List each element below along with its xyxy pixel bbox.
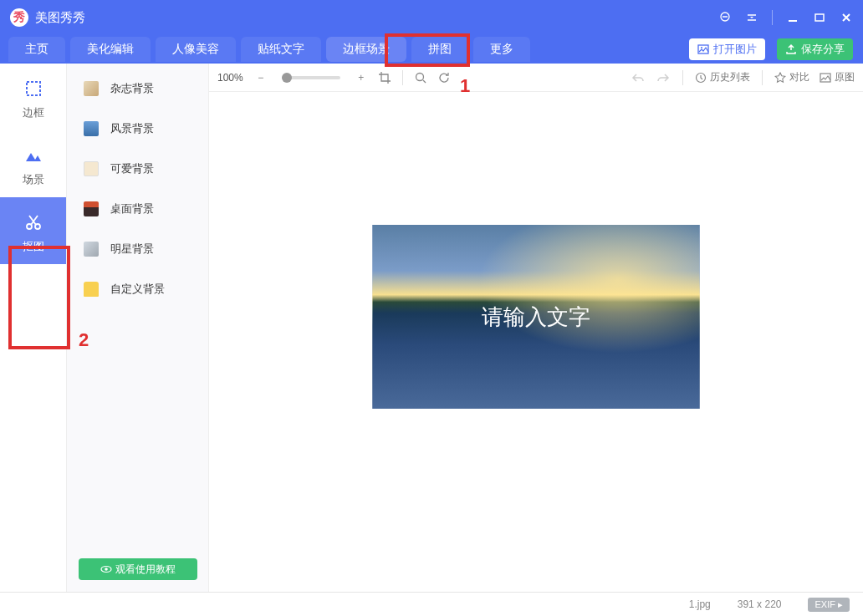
body-area: 边框 场景 抠图 杂志背景 风景背景 可爱背景 <box>0 64 863 593</box>
titlebar: 秀 美图秀秀 <box>0 0 863 35</box>
svg-point-6 <box>701 47 702 48</box>
star-icon <box>774 72 786 84</box>
canvas-area: 100% − + <box>209 64 863 592</box>
redo-icon[interactable] <box>656 70 671 85</box>
tab-portrait[interactable]: 人像美容 <box>156 37 236 62</box>
svg-point-1 <box>723 16 724 18</box>
cutout-icon <box>23 212 43 232</box>
eye-icon <box>100 563 112 575</box>
zoom-level: 100% <box>217 72 243 84</box>
annotation-number-1: 1 <box>460 75 470 97</box>
sidebar-item-frame[interactable]: 边框 <box>0 64 66 130</box>
svg-point-3 <box>726 16 728 18</box>
titlebar-separator <box>772 10 773 25</box>
annotation-number-2: 2 <box>79 329 89 351</box>
exif-button[interactable]: EXIF ▸ <box>808 598 850 612</box>
sidebar-item-label: 抠图 <box>23 239 44 254</box>
zoom-out-icon[interactable]: − <box>253 70 268 85</box>
tutorial-button[interactable]: 观看使用教程 <box>79 558 197 580</box>
clock-icon <box>695 72 707 84</box>
category-landscape[interactable]: 风景背景 <box>67 109 208 149</box>
svg-rect-7 <box>27 82 40 95</box>
refresh-icon[interactable] <box>437 70 452 85</box>
tab-frame-scene[interactable]: 边框场景 <box>326 37 406 62</box>
category-thumb <box>84 242 99 257</box>
category-label: 桌面背景 <box>110 201 154 216</box>
app-logo: 秀 <box>10 8 28 27</box>
tab-more[interactable]: 更多 <box>473 37 530 62</box>
maximize-icon[interactable] <box>813 11 826 24</box>
frame-icon <box>23 79 43 99</box>
status-filename: 1.jpg <box>689 598 711 610</box>
category-label: 风景背景 <box>110 121 154 136</box>
statusbar: 1.jpg 391 x 220 EXIF ▸ <box>0 593 863 616</box>
category-thumb <box>84 161 99 176</box>
original-button[interactable]: 原图 <box>820 70 855 84</box>
tab-home[interactable]: 主页 <box>8 37 65 62</box>
titlebar-controls <box>718 10 853 25</box>
zoom-slider[interactable] <box>282 76 340 79</box>
tab-beautify[interactable]: 美化编辑 <box>70 37 151 62</box>
category-panel: 杂志背景 风景背景 可爱背景 桌面背景 明星背景 自定义背景 观看使用教程 <box>67 64 209 592</box>
menu-dropdown-icon[interactable] <box>745 11 758 24</box>
category-thumb <box>84 201 99 216</box>
category-thumb <box>84 121 99 136</box>
svg-point-11 <box>105 568 108 571</box>
tutorial-button-label: 观看使用教程 <box>115 563 176 577</box>
close-icon[interactable] <box>840 11 853 24</box>
svg-point-12 <box>416 73 423 80</box>
category-label: 明星背景 <box>110 242 154 257</box>
zoom-in-icon[interactable]: + <box>354 70 369 85</box>
image-icon <box>820 72 831 84</box>
undo-icon[interactable] <box>631 70 646 85</box>
canvas-toolbar: 100% − + <box>209 64 863 92</box>
sidebar-item-label: 场景 <box>23 172 44 187</box>
sidebar-item-scene[interactable]: 场景 <box>0 130 66 197</box>
category-desktop[interactable]: 桌面背景 <box>67 189 208 229</box>
category-magazine[interactable]: 杂志背景 <box>67 69 208 109</box>
save-share-button[interactable]: 保存分享 <box>777 38 853 60</box>
category-label: 自定义背景 <box>110 282 165 297</box>
category-thumb <box>84 81 99 96</box>
history-label: 历史列表 <box>710 70 750 84</box>
crop-icon[interactable] <box>377 70 392 85</box>
tabbar: 主页 美化编辑 人像美容 贴纸文字 边框场景 拼图 更多 打开图片 保存分享 <box>0 35 863 64</box>
status-dimensions: 391 x 220 <box>738 598 782 610</box>
image-icon <box>697 43 709 55</box>
app-title: 美图秀秀 <box>35 10 718 26</box>
open-image-button[interactable]: 打开图片 <box>689 38 765 60</box>
toolbar-separator <box>402 70 403 85</box>
tab-stickers[interactable]: 贴纸文字 <box>241 37 321 62</box>
scene-icon <box>23 145 43 165</box>
open-image-label: 打开图片 <box>713 42 757 57</box>
compare-label: 对比 <box>789 70 809 84</box>
category-celebrity[interactable]: 明星背景 <box>67 229 208 269</box>
preview-overlay-text[interactable]: 请输入文字 <box>482 303 590 332</box>
history-button[interactable]: 历史列表 <box>695 70 750 84</box>
category-custom[interactable]: 自定义背景 <box>67 269 208 309</box>
mode-sidebar: 边框 场景 抠图 <box>0 64 67 592</box>
category-label: 杂志背景 <box>110 81 154 96</box>
svg-point-2 <box>724 16 726 18</box>
compare-button[interactable]: 对比 <box>774 70 809 84</box>
original-label: 原图 <box>835 70 855 84</box>
export-icon <box>785 43 797 55</box>
toolbar-separator <box>762 70 763 85</box>
category-cute[interactable]: 可爱背景 <box>67 149 208 189</box>
sidebar-item-cutout[interactable]: 抠图 <box>0 197 66 264</box>
tab-collage[interactable]: 拼图 <box>411 37 468 62</box>
chat-icon[interactable] <box>718 11 732 24</box>
svg-rect-4 <box>815 14 824 21</box>
toolbar-separator <box>682 70 683 85</box>
category-thumb <box>84 282 99 297</box>
sidebar-item-label: 边框 <box>23 105 44 120</box>
minimize-icon[interactable] <box>786 11 799 24</box>
image-preview[interactable]: 请输入文字 <box>373 225 700 409</box>
save-share-label: 保存分享 <box>801 42 845 57</box>
magnifier-icon[interactable] <box>413 70 428 85</box>
category-label: 可爱背景 <box>110 161 154 176</box>
